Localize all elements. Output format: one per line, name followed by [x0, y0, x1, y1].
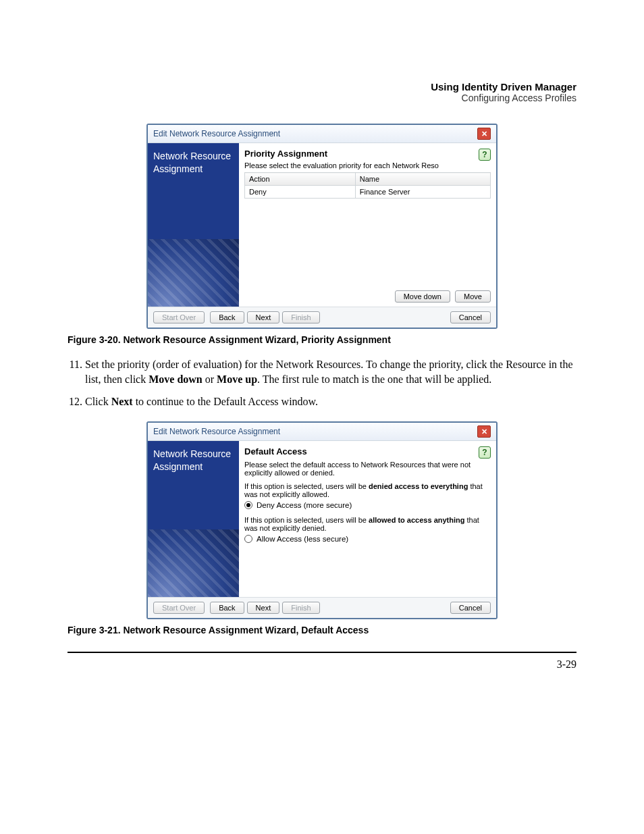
- move-down-label: Move down: [149, 373, 203, 385]
- wizard-sidebar-title: Network Resource Assignment: [148, 143, 239, 180]
- step-heading: Priority Assignment: [244, 149, 491, 159]
- step-text: . The first rule to match is the one tha…: [257, 373, 491, 385]
- finish-button[interactable]: Finish: [282, 311, 319, 323]
- back-button[interactable]: Back: [210, 602, 244, 614]
- close-icon[interactable]: ✕: [477, 425, 491, 438]
- step-12: Click Next to continue to the Default Ac…: [85, 394, 576, 409]
- next-label: Next: [111, 396, 133, 407]
- figure-caption-2: Figure 3-21. Network Resource Assignment…: [68, 625, 576, 635]
- move-button[interactable]: Move: [455, 290, 491, 303]
- start-over-button[interactable]: Start Over: [153, 602, 205, 614]
- allow-access-label: Allow Access (less secure): [257, 535, 348, 543]
- step-text: Click: [85, 396, 111, 407]
- priority-assignment-dialog: Edit Network Resource Assignment ✕ Netwo…: [146, 124, 498, 329]
- running-head-title: Using Identity Driven Manager: [68, 81, 576, 93]
- allow-desc-text: If this option is selected, users will b…: [244, 516, 369, 524]
- close-icon[interactable]: ✕: [477, 128, 491, 140]
- allow-desc-bold: allowed to access anything: [369, 516, 464, 524]
- help-icon[interactable]: ?: [479, 149, 491, 161]
- cancel-button[interactable]: Cancel: [450, 602, 491, 614]
- wizard-sidebar-image: [148, 239, 239, 307]
- move-up-label: Move up: [217, 373, 257, 385]
- back-button[interactable]: Back: [210, 311, 244, 323]
- dialog-title: Edit Network Resource Assignment: [153, 427, 280, 436]
- finish-button[interactable]: Finish: [282, 602, 319, 614]
- next-button[interactable]: Next: [247, 602, 280, 614]
- cancel-button[interactable]: Cancel: [450, 311, 491, 323]
- deny-desc-text: If this option is selected, users will b…: [244, 482, 369, 490]
- cell-action: Deny: [245, 186, 356, 199]
- dialog-title: Edit Network Resource Assignment: [153, 129, 280, 138]
- table-row[interactable]: Deny Finance Server: [245, 186, 491, 199]
- priority-table[interactable]: Action Name Deny Finance Server: [244, 172, 491, 199]
- deny-desc-bold: denied access to everything: [369, 482, 468, 490]
- allow-access-radio[interactable]: Allow Access (less secure): [244, 535, 491, 543]
- deny-access-radio[interactable]: Deny Access (more secure): [244, 501, 491, 509]
- start-over-button[interactable]: Start Over: [153, 311, 205, 323]
- figure-caption-1: Figure 3-20. Network Resource Assignment…: [68, 334, 576, 345]
- help-icon[interactable]: ?: [479, 446, 491, 459]
- radio-unselected-icon: [244, 535, 252, 543]
- footer-rule: [68, 652, 576, 653]
- cell-name: Finance Server: [355, 186, 490, 199]
- step-hint: Please select the evaluation priority fo…: [244, 161, 491, 170]
- default-access-dialog: Edit Network Resource Assignment ✕ Netwo…: [146, 421, 498, 619]
- next-button[interactable]: Next: [247, 311, 280, 323]
- wizard-sidebar-image: [148, 529, 239, 597]
- deny-access-label: Deny Access (more secure): [257, 501, 352, 509]
- wizard-sidebar-title: Network Resource Assignment: [148, 441, 239, 477]
- move-down-button[interactable]: Move down: [395, 290, 450, 303]
- column-action[interactable]: Action: [245, 173, 356, 186]
- column-name[interactable]: Name: [355, 173, 490, 186]
- step-11: Set the priority (order of evaluation) f…: [85, 357, 576, 388]
- step-heading: Default Access: [244, 446, 491, 457]
- radio-selected-icon: [244, 501, 252, 509]
- step-text: or: [203, 373, 217, 385]
- page-number: 3-29: [68, 658, 576, 671]
- running-head-subtitle: Configuring Access Profiles: [68, 93, 576, 103]
- step-text: to continue to the Default Access window…: [133, 396, 318, 407]
- default-access-intro: Please select the default access to Netw…: [244, 461, 491, 477]
